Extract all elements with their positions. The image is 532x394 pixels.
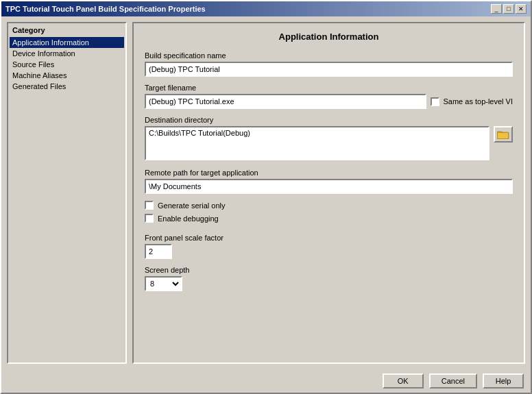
generate-serial-checkbox[interactable]: [145, 201, 154, 210]
sidebar-item-application-information[interactable]: Application Information: [10, 37, 124, 48]
enable-debugging-label: Enable debugging: [158, 214, 219, 223]
destination-dir-label: Destination directory: [145, 116, 513, 124]
sidebar-header: Category: [10, 25, 124, 36]
panel-title: Application Information: [145, 32, 513, 42]
remote-path-group: Remote path for target application: [145, 169, 513, 194]
close-button[interactable]: ✕: [516, 4, 527, 14]
svg-rect-2: [498, 133, 508, 138]
build-spec-name-label: Build specification name: [145, 51, 513, 60]
enable-debugging-row: Enable debugging: [145, 214, 513, 223]
screen-depth-group: Screen depth 8 16 24 32: [145, 266, 513, 291]
remote-path-input[interactable]: [145, 179, 513, 194]
target-filename-row: Same as top-level VI: [145, 94, 513, 109]
sidebar-item-machine-aliases[interactable]: Machine Aliases: [10, 70, 124, 81]
sidebar-item-generated-files[interactable]: Generated Files: [10, 81, 124, 92]
destination-dir-col: [145, 126, 489, 162]
same-as-toplevel-checkbox[interactable]: [431, 97, 439, 106]
remote-path-label: Remote path for target application: [145, 169, 513, 177]
browse-folder-button[interactable]: [494, 126, 513, 143]
title-bar-buttons: _ □ ✕: [491, 4, 527, 14]
sidebar-item-device-information[interactable]: Device Information: [10, 48, 124, 59]
screen-depth-select[interactable]: 8 16 24 32: [145, 276, 182, 291]
same-as-label: Same as top-level VI: [444, 97, 513, 106]
help-button[interactable]: Help: [483, 373, 524, 389]
content-area: Category Application Information Device …: [1, 16, 531, 369]
target-filename-input[interactable]: [145, 94, 426, 109]
front-panel-scale-group: Front panel scale factor: [145, 234, 513, 259]
front-panel-scale-label: Front panel scale factor: [145, 234, 513, 242]
front-panel-scale-input[interactable]: [145, 244, 172, 259]
main-panel: Application Information Build specificat…: [132, 22, 525, 364]
destination-dir-input[interactable]: [145, 126, 489, 160]
target-filename-group: Target filename Same as top-level VI: [145, 84, 513, 109]
generate-serial-row: Generate serial only: [145, 201, 513, 210]
sidebar: Category Application Information Device …: [7, 22, 127, 364]
sidebar-item-source-files[interactable]: Source Files: [10, 59, 124, 70]
enable-debugging-checkbox[interactable]: [145, 214, 154, 223]
target-filename-label: Target filename: [145, 84, 513, 92]
checkboxes-group: Generate serial only Enable debugging: [145, 201, 513, 227]
screen-depth-label: Screen depth: [145, 266, 513, 274]
build-spec-name-group: Build specification name: [145, 51, 513, 77]
destination-dir-group: Destination directory: [145, 116, 513, 162]
maximize-button[interactable]: □: [503, 4, 514, 14]
main-window: TPC Tutorial Touch Panel Build Specifica…: [0, 0, 532, 394]
ok-button[interactable]: OK: [383, 373, 424, 389]
generate-serial-label: Generate serial only: [158, 201, 225, 210]
folder-icon: [497, 130, 509, 139]
title-bar: TPC Tutorial Touch Panel Build Specifica…: [1, 1, 531, 16]
minimize-button[interactable]: _: [491, 4, 502, 14]
destination-dir-row: [145, 126, 513, 162]
cancel-button[interactable]: Cancel: [429, 373, 477, 389]
window-title: TPC Tutorial Touch Panel Build Specifica…: [5, 5, 206, 13]
build-spec-name-input[interactable]: [145, 62, 513, 77]
bottom-bar: OK Cancel Help: [1, 369, 531, 393]
